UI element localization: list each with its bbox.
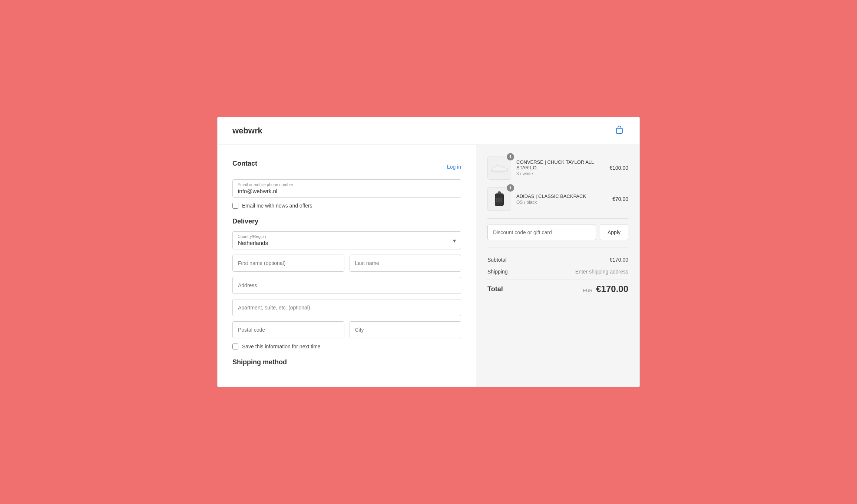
header: webwrk — [218, 117, 639, 145]
subtotal-label: Subtotal — [487, 257, 506, 263]
total-currency: EUR — [583, 288, 592, 293]
product-item-2: 1 ADIDAS | CLASSIC BACKPACK OS / black €… — [487, 187, 628, 211]
contact-section-header: Contact Log in — [232, 160, 461, 173]
total-row: Total EUR €170.00 — [487, 279, 628, 299]
apply-button[interactable]: Apply — [600, 225, 628, 240]
postal-input[interactable] — [232, 321, 344, 338]
total-value-group: EUR €170.00 — [583, 284, 628, 294]
product-variant-1: 3 / white — [516, 171, 604, 176]
subtotal-value: €170.00 — [609, 257, 628, 263]
address-input[interactable] — [232, 277, 461, 294]
product-info-2: ADIDAS | CLASSIC BACKPACK OS / black — [516, 193, 607, 205]
product-badge-2: 1 — [507, 184, 514, 192]
email-newsletter-row: Email me with news and offers — [232, 203, 461, 209]
right-panel: 1 CONVERSE | CHUCK TAYLOR ALL STAR LO 3 … — [476, 145, 639, 387]
save-info-row: Save this information for next time — [232, 344, 461, 349]
email-newsletter-label: Email me with news and offers — [242, 203, 312, 209]
shipping-row: Shipping Enter shipping address — [487, 266, 628, 278]
product-image-wrapper-2: 1 — [487, 187, 511, 211]
svg-rect-0 — [616, 128, 622, 133]
product-item-1: 1 CONVERSE | CHUCK TAYLOR ALL STAR LO 3 … — [487, 156, 628, 180]
last-name-group — [350, 255, 461, 272]
delivery-title: Delivery — [232, 218, 461, 225]
shipping-method-section: Shipping method — [232, 358, 461, 366]
svg-rect-5 — [496, 198, 502, 202]
logo: webwrk — [232, 126, 262, 136]
name-row — [232, 255, 461, 277]
product-image-2 — [487, 187, 511, 211]
product-image-wrapper-1: 1 — [487, 156, 511, 180]
first-name-group — [232, 255, 344, 272]
last-name-input[interactable] — [350, 255, 461, 272]
product-price-1: €100.00 — [609, 165, 628, 171]
product-name-2: ADIDAS | CLASSIC BACKPACK — [516, 193, 607, 199]
total-label: Total — [487, 285, 503, 293]
shipping-value: Enter shipping address — [575, 269, 628, 275]
divider-1 — [487, 218, 628, 219]
email-newsletter-checkbox[interactable] — [232, 203, 238, 209]
city-input[interactable] — [350, 321, 461, 338]
save-info-label: Save this information for next time — [242, 344, 321, 349]
country-select[interactable]: Netherlands Germany Belgium France — [232, 231, 461, 249]
discount-row: Apply — [487, 225, 628, 240]
product-price-2: €70.00 — [612, 196, 628, 202]
postal-group — [232, 321, 344, 338]
main-container: webwrk Contact Log in Email or mobile ph… — [217, 117, 640, 387]
contact-title: Contact — [232, 160, 257, 168]
product-variant-2: OS / black — [516, 200, 607, 205]
discount-input[interactable] — [487, 225, 596, 240]
save-info-checkbox[interactable] — [232, 344, 238, 349]
country-group: Country/Region Netherlands Germany Belgi… — [232, 231, 461, 249]
divider-2 — [487, 248, 628, 248]
product-image-1 — [487, 156, 511, 180]
email-input[interactable] — [232, 179, 461, 198]
subtotal-row: Subtotal €170.00 — [487, 254, 628, 266]
product-info-1: CONVERSE | CHUCK TAYLOR ALL STAR LO 3 / … — [516, 159, 604, 176]
shipping-label: Shipping — [487, 269, 508, 275]
cart-icon[interactable] — [614, 125, 625, 137]
postal-city-row — [232, 321, 461, 344]
city-group — [350, 321, 461, 338]
delivery-section: Delivery Country/Region Netherlands Germ… — [232, 218, 461, 349]
total-value: €170.00 — [596, 284, 628, 294]
shipping-method-title: Shipping method — [232, 358, 461, 366]
product-badge-1: 1 — [507, 153, 514, 160]
email-group: Email or mobile phone number — [232, 179, 461, 198]
log-in-link[interactable]: Log in — [447, 164, 461, 170]
apartment-group — [232, 299, 461, 316]
product-name-1: CONVERSE | CHUCK TAYLOR ALL STAR LO — [516, 159, 604, 170]
left-panel: Contact Log in Email or mobile phone num… — [218, 145, 476, 387]
address-group — [232, 277, 461, 294]
first-name-input[interactable] — [232, 255, 344, 272]
content-area: Contact Log in Email or mobile phone num… — [218, 145, 639, 387]
svg-rect-6 — [498, 192, 501, 194]
apartment-input[interactable] — [232, 299, 461, 316]
